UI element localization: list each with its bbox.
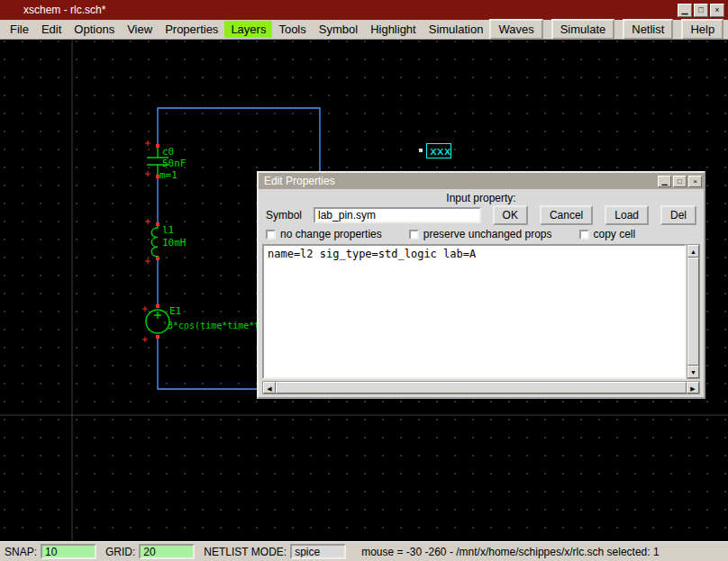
menu-edit[interactable]: Edit — [35, 21, 68, 38]
netlist-mode-label: NETLIST MODE: — [204, 546, 287, 558]
vertical-scrollbar-thumb[interactable] — [687, 258, 699, 366]
netlist-mode-input[interactable] — [290, 544, 346, 559]
net-label-text[interactable]: xxx — [430, 144, 451, 158]
cancel-button[interactable]: Cancel — [540, 205, 593, 225]
snap-label: SNAP: — [5, 546, 37, 558]
maximize-icon[interactable]: □ — [694, 4, 708, 17]
dialog-window-controls: ▁ □ × — [658, 176, 704, 187]
checkbox-label: copy cell — [594, 228, 636, 240]
copy-cell-checkbox[interactable]: copy cell — [579, 228, 636, 240]
window-title: xschem - rlc.sch* — [0, 4, 105, 16]
dialog-minimize-icon[interactable]: ▁ — [658, 176, 671, 187]
checkbox-label: preserve unchanged props — [423, 228, 552, 240]
symbol-input[interactable] — [314, 207, 481, 223]
checkbox-indicator[interactable] — [266, 230, 276, 240]
checkbox-label: no change properties — [280, 228, 382, 240]
checkbox-row: no change properties preserve unchanged … — [259, 225, 704, 242]
menu-symbol[interactable]: Symbol — [313, 21, 364, 38]
mouse-status-text: mouse = -30 -260 - /mnt/x/home/schippes/… — [361, 546, 659, 558]
capacitor-value-label[interactable]: 50nF — [162, 158, 187, 169]
inductor-name-label[interactable]: l1 — [162, 224, 174, 236]
source-name-label[interactable]: E1 — [169, 305, 181, 317]
menu-bar: File Edit Options View Properties Layers… — [0, 20, 728, 40]
ok-button[interactable]: OK — [493, 205, 528, 225]
grid-label: GRID: — [105, 546, 135, 558]
property-text-region: name=l2 sig_type=std_logic lab=A ▲ ▼ — [262, 244, 700, 379]
checkbox-indicator[interactable] — [409, 230, 419, 240]
net-label-selected[interactable]: xxx — [419, 144, 451, 158]
preserve-unchanged-props-checkbox[interactable]: preserve unchanged props — [409, 228, 552, 240]
del-button[interactable]: Del — [660, 205, 696, 225]
xschem-window: xschem - rlc.sch* ▁ □ × File Edit Option… — [0, 0, 728, 561]
inductor-value-label[interactable]: 10mH — [162, 237, 187, 249]
menu-layers[interactable]: Layers — [224, 21, 272, 38]
help-button[interactable]: Help — [681, 19, 723, 40]
capacitor-name-label[interactable]: c0 — [162, 146, 174, 158]
dialog-close-icon[interactable]: × — [688, 176, 702, 187]
minimize-icon[interactable]: ▁ — [678, 4, 692, 17]
dialog-maximize-icon[interactable]: □ — [673, 176, 687, 187]
status-bar: SNAP: GRID: NETLIST MODE: mouse = -30 -2… — [0, 541, 728, 561]
grid-input[interactable] — [139, 544, 195, 559]
properties-textarea[interactable]: name=l2 sig_type=std_logic lab=A — [262, 244, 687, 379]
net-label-anchor — [419, 149, 423, 152]
scroll-up-icon[interactable]: ▲ — [687, 245, 699, 258]
menu-file[interactable]: File — [4, 21, 35, 38]
scroll-down-icon[interactable]: ▼ — [687, 366, 699, 378]
netlist-button[interactable]: Netlist — [623, 19, 673, 40]
symbol-label: Symbol — [266, 209, 302, 222]
load-button[interactable]: Load — [605, 205, 649, 225]
waves-button[interactable]: Waves — [489, 19, 542, 40]
horizontal-scrollbar-thumb[interactable] — [276, 382, 687, 394]
no-change-properties-checkbox[interactable]: no change properties — [266, 228, 382, 240]
vertical-scrollbar[interactable]: ▲ ▼ — [687, 244, 700, 379]
close-icon[interactable]: × — [710, 4, 724, 17]
input-property-label: Input property: — [259, 189, 704, 204]
snap-input[interactable] — [41, 544, 96, 559]
menu-properties[interactable]: Properties — [159, 21, 224, 38]
window-controls: ▁ □ × — [678, 4, 728, 17]
inductor-symbol[interactable] — [151, 224, 158, 258]
menu-simulation[interactable]: Simulation — [423, 21, 490, 38]
capacitor-mult-label[interactable]: m=1 — [159, 169, 177, 181]
menu-options[interactable]: Options — [68, 21, 121, 38]
horizontal-scrollbar[interactable]: ◀ ▶ — [262, 381, 700, 394]
checkbox-indicator[interactable] — [579, 230, 589, 240]
edit-properties-dialog: Edit Properties ▁ □ × Input property: Sy… — [257, 171, 705, 399]
menu-tools[interactable]: Tools — [272, 21, 312, 38]
scroll-left-icon[interactable]: ◀ — [263, 382, 276, 394]
scroll-right-icon[interactable]: ▶ — [687, 382, 699, 394]
dialog-title: Edit Properties — [264, 175, 335, 187]
simulate-button[interactable]: Simulate — [551, 19, 615, 40]
menu-view[interactable]: View — [121, 21, 159, 38]
title-bar[interactable]: xschem - rlc.sch* ▁ □ × — [0, 0, 728, 20]
menu-highlight[interactable]: Highlight — [364, 21, 423, 38]
symbol-row: Symbol OK Cancel Load Del — [259, 204, 704, 225]
dialog-title-bar[interactable]: Edit Properties ▁ □ × — [259, 173, 704, 189]
